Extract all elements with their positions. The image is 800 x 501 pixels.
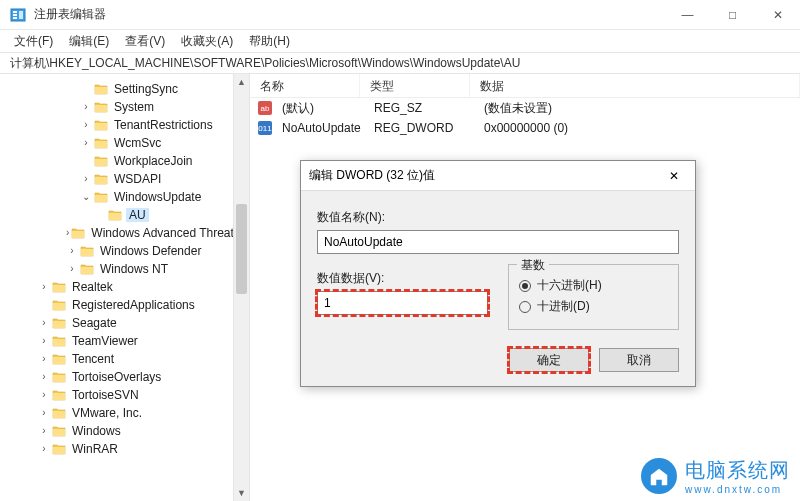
tree-item[interactable]: SettingSync bbox=[0, 80, 249, 98]
folder-icon bbox=[94, 119, 108, 131]
tree-item-label: SettingSync bbox=[112, 82, 180, 96]
folder-icon bbox=[52, 371, 66, 383]
tree-item[interactable]: ›Windows Advanced Threat Protection bbox=[0, 224, 249, 242]
tree-item-label: WcmSvc bbox=[112, 136, 163, 150]
tree-item[interactable]: ›WinRAR bbox=[0, 440, 249, 458]
value-row[interactable]: 011NoAutoUpdateREG_DWORD0x00000000 (0) bbox=[250, 118, 800, 138]
menu-favorites[interactable]: 收藏夹(A) bbox=[173, 31, 241, 52]
tree-item[interactable]: ›TortoiseOverlays bbox=[0, 368, 249, 386]
tree-item[interactable]: RegisteredApplications bbox=[0, 296, 249, 314]
watermark-url: www.dnxtw.com bbox=[685, 484, 790, 495]
tree-item[interactable]: WorkplaceJoin bbox=[0, 152, 249, 170]
menu-file[interactable]: 文件(F) bbox=[6, 31, 61, 52]
chevron-right-icon[interactable]: › bbox=[80, 102, 92, 112]
cell-name: (默认) bbox=[272, 100, 364, 117]
chevron-right-icon[interactable]: › bbox=[38, 426, 50, 436]
cancel-button[interactable]: 取消 bbox=[599, 348, 679, 372]
tree-item[interactable]: ›TenantRestrictions bbox=[0, 116, 249, 134]
tree-item[interactable]: ›Realtek bbox=[0, 278, 249, 296]
tree-item-label: Seagate bbox=[70, 316, 119, 330]
chevron-right-icon[interactable]: › bbox=[38, 354, 50, 364]
tree-item-label: VMware, Inc. bbox=[70, 406, 144, 420]
chevron-right-icon[interactable]: › bbox=[66, 246, 78, 256]
close-button[interactable]: ✕ bbox=[755, 0, 800, 30]
svg-rect-2 bbox=[13, 14, 17, 16]
chevron-right-icon[interactable]: › bbox=[38, 408, 50, 418]
cell-name: NoAutoUpdate bbox=[272, 121, 364, 135]
tree-item[interactable]: ›WSDAPI bbox=[0, 170, 249, 188]
menu-view[interactable]: 查看(V) bbox=[117, 31, 173, 52]
menu-edit[interactable]: 编辑(E) bbox=[61, 31, 117, 52]
tree-item[interactable]: ›Windows Defender bbox=[0, 242, 249, 260]
tree-item-label: WorkplaceJoin bbox=[112, 154, 194, 168]
tree-item[interactable]: ›Tencent bbox=[0, 350, 249, 368]
tree-item-label: AU bbox=[126, 208, 149, 222]
tree-item[interactable]: ›Seagate bbox=[0, 314, 249, 332]
chevron-right-icon[interactable]: › bbox=[38, 390, 50, 400]
chevron-right-icon[interactable]: › bbox=[38, 372, 50, 382]
tree-item[interactable]: ›TortoiseSVN bbox=[0, 386, 249, 404]
value-name-label: 数值名称(N): bbox=[317, 209, 679, 226]
chevron-right-icon[interactable]: › bbox=[80, 120, 92, 130]
tree-item[interactable]: AU bbox=[0, 206, 249, 224]
folder-icon bbox=[52, 425, 66, 437]
dialog-title: 编辑 DWORD (32 位)值 bbox=[309, 167, 661, 184]
tree-item[interactable]: ›TeamViewer bbox=[0, 332, 249, 350]
chevron-right-icon[interactable]: › bbox=[66, 228, 69, 238]
tree-pane[interactable]: SettingSync›System›TenantRestrictions›Wc… bbox=[0, 74, 250, 501]
chevron-down-icon[interactable]: ⌄ bbox=[80, 192, 92, 202]
tree-item-label: Windows bbox=[70, 424, 123, 438]
ok-button[interactable]: 确定 bbox=[509, 348, 589, 372]
radio-hex[interactable]: 十六进制(H) bbox=[519, 277, 668, 294]
tree-item[interactable]: ›System bbox=[0, 98, 249, 116]
watermark: 电脑系统网 www.dnxtw.com bbox=[641, 457, 790, 495]
tree-item[interactable]: ›Windows bbox=[0, 422, 249, 440]
tree-item[interactable]: ›WcmSvc bbox=[0, 134, 249, 152]
folder-icon bbox=[52, 407, 66, 419]
chevron-right-icon[interactable]: › bbox=[80, 138, 92, 148]
maximize-button[interactable]: □ bbox=[710, 0, 755, 30]
address-bar[interactable]: 计算机\HKEY_LOCAL_MACHINE\SOFTWARE\Policies… bbox=[0, 52, 800, 74]
menu-help[interactable]: 帮助(H) bbox=[241, 31, 298, 52]
value-row[interactable]: ab(默认)REG_SZ(数值未设置) bbox=[250, 98, 800, 118]
dialog-titlebar[interactable]: 编辑 DWORD (32 位)值 ✕ bbox=[301, 161, 695, 191]
folder-icon bbox=[94, 173, 108, 185]
chevron-right-icon[interactable]: › bbox=[38, 444, 50, 454]
chevron-right-icon[interactable]: › bbox=[38, 318, 50, 328]
col-type[interactable]: 类型 bbox=[360, 74, 470, 97]
col-name[interactable]: 名称 bbox=[250, 74, 360, 97]
cell-data: (数值未设置) bbox=[474, 100, 800, 117]
tree-item-label: Windows Advanced Threat Protection bbox=[89, 226, 250, 240]
svg-rect-4 bbox=[19, 11, 23, 19]
value-data-label: 数值数据(V): bbox=[317, 270, 488, 287]
chevron-right-icon[interactable]: › bbox=[38, 336, 50, 346]
tree-item-label: RegisteredApplications bbox=[70, 298, 197, 312]
minimize-button[interactable]: — bbox=[665, 0, 710, 30]
radio-dec[interactable]: 十进制(D) bbox=[519, 298, 668, 315]
tree-item[interactable]: ›VMware, Inc. bbox=[0, 404, 249, 422]
svg-rect-3 bbox=[13, 17, 17, 19]
edit-dword-dialog: 编辑 DWORD (32 位)值 ✕ 数值名称(N): 数值数据(V): 基数 … bbox=[300, 160, 696, 387]
scroll-up-icon[interactable]: ▲ bbox=[234, 74, 249, 90]
col-data[interactable]: 数据 bbox=[470, 74, 800, 97]
tree-item-label: Realtek bbox=[70, 280, 115, 294]
scroll-down-icon[interactable]: ▼ bbox=[234, 485, 249, 501]
folder-icon bbox=[52, 389, 66, 401]
chevron-right-icon[interactable]: › bbox=[80, 174, 92, 184]
tree-item[interactable]: ›Windows NT bbox=[0, 260, 249, 278]
tree-item-label: TenantRestrictions bbox=[112, 118, 215, 132]
chevron-right-icon[interactable]: › bbox=[66, 264, 78, 274]
tree-item[interactable]: ⌄WindowsUpdate bbox=[0, 188, 249, 206]
value-name-input[interactable] bbox=[317, 230, 679, 254]
value-data-input[interactable] bbox=[317, 291, 488, 315]
chevron-right-icon[interactable]: › bbox=[38, 282, 50, 292]
radio-dot-icon bbox=[519, 301, 531, 313]
folder-icon bbox=[94, 137, 108, 149]
tree-item-label: Tencent bbox=[70, 352, 116, 366]
tree-scrollbar[interactable]: ▲ ▼ bbox=[233, 74, 249, 501]
watermark-logo-icon bbox=[641, 458, 677, 494]
scroll-thumb[interactable] bbox=[236, 204, 247, 294]
folder-icon bbox=[52, 299, 66, 311]
dialog-close-icon[interactable]: ✕ bbox=[661, 169, 687, 183]
base-fieldset: 基数 十六进制(H) 十进制(D) bbox=[508, 264, 679, 330]
